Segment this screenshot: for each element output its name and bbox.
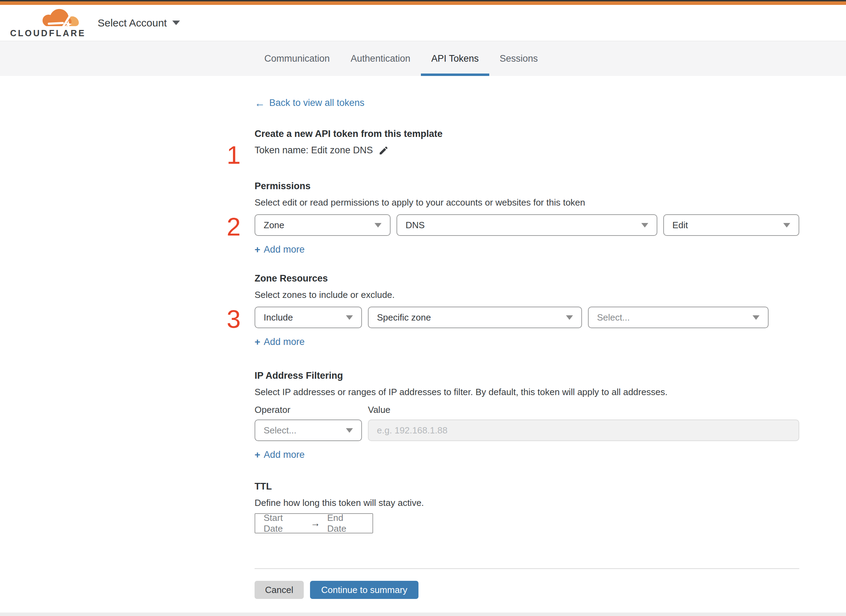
permission-service-value: DNS bbox=[406, 220, 425, 231]
caret-down-icon bbox=[346, 428, 353, 433]
select-account-dropdown[interactable]: Select Account bbox=[98, 17, 180, 29]
cloudflare-wordmark: CLOUDFLARE bbox=[10, 28, 78, 38]
tab-communication[interactable]: Communication bbox=[254, 41, 340, 76]
back-arrow-icon: ← bbox=[255, 98, 265, 109]
header: CLOUDFLARE Select Account bbox=[0, 5, 846, 41]
zone-type-value: Specific zone bbox=[377, 312, 431, 323]
chevron-down-icon bbox=[172, 21, 180, 25]
operator-label: Operator bbox=[255, 405, 368, 415]
zone-name-select[interactable]: Select... bbox=[588, 307, 769, 328]
caret-down-icon bbox=[346, 315, 353, 320]
permission-access-select[interactable]: Edit bbox=[663, 214, 799, 236]
tab-bar: Communication Authentication API Tokens … bbox=[0, 41, 846, 76]
arrow-right-icon: → bbox=[310, 518, 320, 529]
zone-type-select[interactable]: Specific zone bbox=[368, 307, 582, 328]
plus-icon: + bbox=[255, 337, 260, 347]
value-label: Value bbox=[368, 405, 391, 415]
plus-icon: + bbox=[255, 245, 260, 255]
add-more-label: Add more bbox=[263, 244, 305, 255]
start-date-placeholder: Start Date bbox=[263, 512, 303, 534]
edit-pencil-icon[interactable] bbox=[378, 145, 389, 156]
ip-filtering-section: IP Address Filtering Select IP addresses… bbox=[255, 370, 799, 460]
ttl-description: Define how long this token will stay act… bbox=[255, 497, 799, 508]
cloudflare-logo[interactable]: CLOUDFLARE bbox=[10, 7, 78, 38]
page-title: Create a new API token from this templat… bbox=[255, 129, 799, 139]
end-date-placeholder: End Date bbox=[327, 512, 364, 534]
brand-orange-bar bbox=[0, 1, 846, 5]
caret-down-icon bbox=[753, 315, 759, 320]
step-number-1: 1 bbox=[221, 142, 246, 167]
zone-mode-select[interactable]: Include bbox=[255, 307, 362, 328]
create-token-section: 1 Create a new API token from this templ… bbox=[255, 129, 799, 156]
step-number-3: 3 bbox=[221, 307, 246, 332]
token-name-text: Token name: Edit zone DNS bbox=[255, 145, 373, 156]
permissions-add-more-link[interactable]: + Add more bbox=[255, 244, 305, 255]
permission-service-select[interactable]: DNS bbox=[396, 214, 657, 236]
ttl-date-range-picker[interactable]: Start Date → End Date bbox=[255, 513, 373, 534]
zone-resources-section: 3 Zone Resources Select zones to include… bbox=[255, 273, 799, 348]
zone-mode-value: Include bbox=[263, 312, 293, 323]
caret-down-icon bbox=[375, 223, 381, 227]
bottom-page-strip bbox=[0, 613, 846, 616]
footer-divider bbox=[255, 568, 799, 569]
plus-icon: + bbox=[255, 450, 260, 460]
ip-filtering-description: Select IP addresses or ranges of IP addr… bbox=[255, 387, 799, 397]
permission-scope-select[interactable]: Zone bbox=[255, 214, 391, 236]
ip-filtering-add-more-link[interactable]: + Add more bbox=[255, 449, 305, 460]
add-more-label: Add more bbox=[263, 449, 305, 460]
permissions-section: 2 Permissions Select edit or read permis… bbox=[255, 181, 799, 255]
back-link-label: Back to view all tokens bbox=[269, 98, 365, 109]
tab-authentication[interactable]: Authentication bbox=[340, 41, 421, 76]
ip-filtering-title: IP Address Filtering bbox=[255, 370, 799, 381]
tab-api-tokens[interactable]: API Tokens bbox=[421, 41, 489, 76]
page: CLOUDFLARE Select Account Communication … bbox=[0, 0, 846, 616]
permissions-title: Permissions bbox=[255, 181, 799, 192]
ttl-section: TTL Define how long this token will stay… bbox=[255, 481, 799, 534]
caret-down-icon bbox=[566, 315, 573, 320]
ip-operator-select[interactable]: Select... bbox=[255, 419, 362, 441]
step-number-2: 2 bbox=[221, 214, 246, 239]
ip-value-input bbox=[368, 419, 799, 441]
continue-to-summary-button[interactable]: Continue to summary bbox=[310, 581, 418, 599]
ip-operator-placeholder: Select... bbox=[263, 425, 296, 436]
ttl-title: TTL bbox=[255, 481, 799, 492]
back-to-tokens-link[interactable]: ← Back to view all tokens bbox=[255, 98, 365, 109]
caret-down-icon bbox=[641, 223, 648, 227]
cloudflare-cloud-icon bbox=[41, 7, 79, 28]
main-content: ← Back to view all tokens 1 Create a new… bbox=[255, 76, 799, 599]
permission-scope-value: Zone bbox=[263, 220, 284, 231]
zone-name-placeholder: Select... bbox=[597, 312, 630, 323]
caret-down-icon bbox=[783, 223, 790, 227]
footer-actions: Cancel Continue to summary bbox=[255, 581, 799, 599]
permission-access-value: Edit bbox=[672, 220, 688, 231]
add-more-label: Add more bbox=[263, 337, 305, 348]
cancel-button[interactable]: Cancel bbox=[255, 581, 304, 599]
zone-resources-add-more-link[interactable]: + Add more bbox=[255, 337, 305, 348]
select-account-label: Select Account bbox=[98, 17, 167, 29]
zone-resources-title: Zone Resources bbox=[255, 273, 799, 284]
zone-resources-description: Select zones to include or exclude. bbox=[255, 289, 799, 300]
permissions-description: Select edit or read permissions to apply… bbox=[255, 197, 799, 208]
tab-sessions[interactable]: Sessions bbox=[489, 41, 549, 76]
